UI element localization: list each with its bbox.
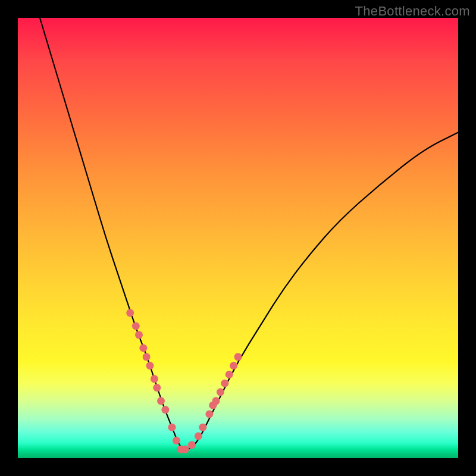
data-marker <box>217 389 224 396</box>
data-marker <box>226 371 233 378</box>
marker-group <box>126 309 242 453</box>
data-marker <box>234 353 242 361</box>
data-marker <box>212 397 220 405</box>
data-marker <box>188 441 196 449</box>
bottleneck-curve <box>40 18 458 449</box>
data-marker <box>168 424 176 431</box>
chart-svg <box>18 18 458 458</box>
data-marker <box>132 322 140 330</box>
data-marker <box>139 345 147 352</box>
data-marker <box>181 446 189 453</box>
data-marker <box>146 362 154 369</box>
data-marker <box>157 397 165 405</box>
data-marker <box>153 384 161 392</box>
watermark-text: TheBottleneck.com <box>355 4 470 19</box>
data-marker <box>126 309 134 317</box>
plot-area <box>18 18 458 458</box>
data-marker <box>173 437 180 444</box>
data-marker <box>230 362 237 369</box>
data-marker <box>205 411 213 418</box>
data-marker <box>221 380 228 387</box>
data-marker <box>161 406 169 414</box>
data-marker <box>151 375 158 383</box>
outer-frame: TheBottleneck.com <box>0 0 476 476</box>
data-marker <box>135 331 143 339</box>
data-marker <box>143 353 151 361</box>
data-marker <box>199 424 206 431</box>
data-marker <box>195 433 202 440</box>
